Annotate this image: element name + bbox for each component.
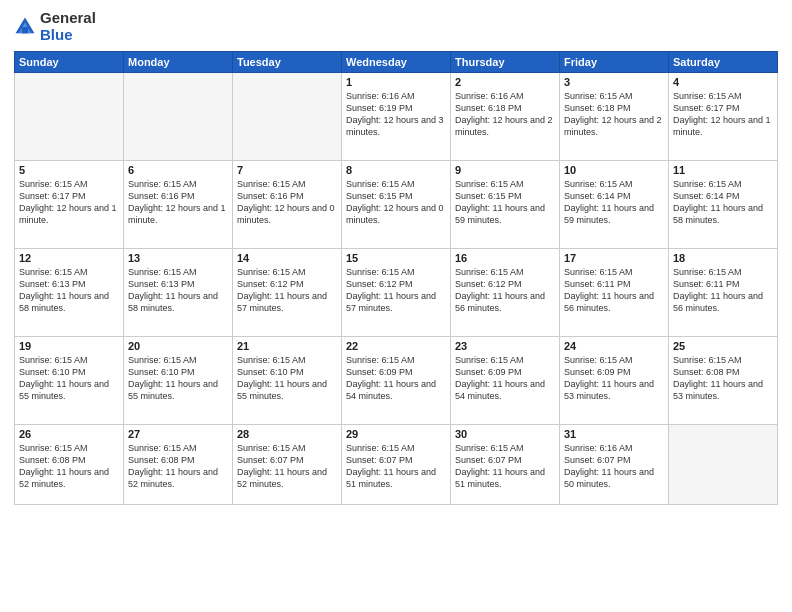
calendar-cell: 12Sunrise: 6:15 AMSunset: 6:13 PMDayligh…	[15, 249, 124, 337]
cell-text: Sunrise: 6:15 AMSunset: 6:10 PMDaylight:…	[128, 354, 228, 403]
cell-text: Sunrise: 6:15 AMSunset: 6:11 PMDaylight:…	[673, 266, 773, 315]
day-number: 23	[455, 340, 555, 352]
calendar-cell: 21Sunrise: 6:15 AMSunset: 6:10 PMDayligh…	[233, 337, 342, 425]
calendar-header-saturday: Saturday	[669, 52, 778, 73]
calendar-cell	[233, 73, 342, 161]
cell-text: Sunrise: 6:15 AMSunset: 6:08 PMDaylight:…	[128, 442, 228, 491]
day-number: 3	[564, 76, 664, 88]
cell-text: Sunrise: 6:15 AMSunset: 6:16 PMDaylight:…	[237, 178, 337, 227]
calendar-cell	[669, 425, 778, 505]
cell-text: Sunrise: 6:15 AMSunset: 6:10 PMDaylight:…	[19, 354, 119, 403]
cell-text: Sunrise: 6:15 AMSunset: 6:17 PMDaylight:…	[19, 178, 119, 227]
calendar-cell: 1Sunrise: 6:16 AMSunset: 6:19 PMDaylight…	[342, 73, 451, 161]
logo: General Blue	[14, 10, 96, 43]
calendar-cell: 4Sunrise: 6:15 AMSunset: 6:17 PMDaylight…	[669, 73, 778, 161]
day-number: 12	[19, 252, 119, 264]
calendar-cell: 23Sunrise: 6:15 AMSunset: 6:09 PMDayligh…	[451, 337, 560, 425]
cell-text: Sunrise: 6:15 AMSunset: 6:12 PMDaylight:…	[237, 266, 337, 315]
calendar-cell: 7Sunrise: 6:15 AMSunset: 6:16 PMDaylight…	[233, 161, 342, 249]
day-number: 18	[673, 252, 773, 264]
cell-text: Sunrise: 6:15 AMSunset: 6:09 PMDaylight:…	[346, 354, 446, 403]
calendar-cell: 25Sunrise: 6:15 AMSunset: 6:08 PMDayligh…	[669, 337, 778, 425]
calendar-header-friday: Friday	[560, 52, 669, 73]
logo-text: General Blue	[40, 10, 96, 43]
day-number: 13	[128, 252, 228, 264]
calendar-header-wednesday: Wednesday	[342, 52, 451, 73]
cell-text: Sunrise: 6:15 AMSunset: 6:08 PMDaylight:…	[19, 442, 119, 491]
cell-text: Sunrise: 6:15 AMSunset: 6:15 PMDaylight:…	[346, 178, 446, 227]
calendar-cell: 24Sunrise: 6:15 AMSunset: 6:09 PMDayligh…	[560, 337, 669, 425]
calendar-cell: 28Sunrise: 6:15 AMSunset: 6:07 PMDayligh…	[233, 425, 342, 505]
calendar-cell: 20Sunrise: 6:15 AMSunset: 6:10 PMDayligh…	[124, 337, 233, 425]
calendar-header-sunday: Sunday	[15, 52, 124, 73]
calendar-header-monday: Monday	[124, 52, 233, 73]
day-number: 25	[673, 340, 773, 352]
day-number: 30	[455, 428, 555, 440]
calendar-cell: 8Sunrise: 6:15 AMSunset: 6:15 PMDaylight…	[342, 161, 451, 249]
cell-text: Sunrise: 6:16 AMSunset: 6:19 PMDaylight:…	[346, 90, 446, 139]
day-number: 24	[564, 340, 664, 352]
calendar-header-thursday: Thursday	[451, 52, 560, 73]
calendar-cell: 10Sunrise: 6:15 AMSunset: 6:14 PMDayligh…	[560, 161, 669, 249]
calendar-cell	[124, 73, 233, 161]
day-number: 11	[673, 164, 773, 176]
calendar-cell: 29Sunrise: 6:15 AMSunset: 6:07 PMDayligh…	[342, 425, 451, 505]
cell-text: Sunrise: 6:15 AMSunset: 6:12 PMDaylight:…	[346, 266, 446, 315]
day-number: 15	[346, 252, 446, 264]
cell-text: Sunrise: 6:15 AMSunset: 6:11 PMDaylight:…	[564, 266, 664, 315]
day-number: 27	[128, 428, 228, 440]
cell-text: Sunrise: 6:15 AMSunset: 6:07 PMDaylight:…	[237, 442, 337, 491]
logo-blue: Blue	[40, 26, 73, 43]
calendar-cell: 3Sunrise: 6:15 AMSunset: 6:18 PMDaylight…	[560, 73, 669, 161]
calendar-cell: 11Sunrise: 6:15 AMSunset: 6:14 PMDayligh…	[669, 161, 778, 249]
day-number: 1	[346, 76, 446, 88]
day-number: 21	[237, 340, 337, 352]
day-number: 19	[19, 340, 119, 352]
calendar-header-tuesday: Tuesday	[233, 52, 342, 73]
calendar-cell: 14Sunrise: 6:15 AMSunset: 6:12 PMDayligh…	[233, 249, 342, 337]
calendar-cell: 6Sunrise: 6:15 AMSunset: 6:16 PMDaylight…	[124, 161, 233, 249]
cell-text: Sunrise: 6:15 AMSunset: 6:08 PMDaylight:…	[673, 354, 773, 403]
day-number: 4	[673, 76, 773, 88]
day-number: 29	[346, 428, 446, 440]
cell-text: Sunrise: 6:15 AMSunset: 6:09 PMDaylight:…	[564, 354, 664, 403]
logo-general: General	[40, 9, 96, 26]
cell-text: Sunrise: 6:15 AMSunset: 6:09 PMDaylight:…	[455, 354, 555, 403]
day-number: 14	[237, 252, 337, 264]
cell-text: Sunrise: 6:15 AMSunset: 6:10 PMDaylight:…	[237, 354, 337, 403]
calendar-cell: 22Sunrise: 6:15 AMSunset: 6:09 PMDayligh…	[342, 337, 451, 425]
cell-text: Sunrise: 6:15 AMSunset: 6:07 PMDaylight:…	[455, 442, 555, 491]
cell-text: Sunrise: 6:15 AMSunset: 6:14 PMDaylight:…	[673, 178, 773, 227]
day-number: 8	[346, 164, 446, 176]
calendar-cell: 5Sunrise: 6:15 AMSunset: 6:17 PMDaylight…	[15, 161, 124, 249]
calendar-cell: 18Sunrise: 6:15 AMSunset: 6:11 PMDayligh…	[669, 249, 778, 337]
cell-text: Sunrise: 6:15 AMSunset: 6:18 PMDaylight:…	[564, 90, 664, 139]
day-number: 28	[237, 428, 337, 440]
day-number: 2	[455, 76, 555, 88]
cell-text: Sunrise: 6:15 AMSunset: 6:15 PMDaylight:…	[455, 178, 555, 227]
calendar-cell: 13Sunrise: 6:15 AMSunset: 6:13 PMDayligh…	[124, 249, 233, 337]
cell-text: Sunrise: 6:16 AMSunset: 6:18 PMDaylight:…	[455, 90, 555, 139]
day-number: 26	[19, 428, 119, 440]
cell-text: Sunrise: 6:16 AMSunset: 6:07 PMDaylight:…	[564, 442, 664, 491]
calendar-cell: 15Sunrise: 6:15 AMSunset: 6:12 PMDayligh…	[342, 249, 451, 337]
calendar-cell: 27Sunrise: 6:15 AMSunset: 6:08 PMDayligh…	[124, 425, 233, 505]
cell-text: Sunrise: 6:15 AMSunset: 6:16 PMDaylight:…	[128, 178, 228, 227]
day-number: 22	[346, 340, 446, 352]
calendar-cell: 31Sunrise: 6:16 AMSunset: 6:07 PMDayligh…	[560, 425, 669, 505]
calendar-header-row: SundayMondayTuesdayWednesdayThursdayFrid…	[15, 52, 778, 73]
cell-text: Sunrise: 6:15 AMSunset: 6:12 PMDaylight:…	[455, 266, 555, 315]
logo-icon	[14, 16, 36, 38]
calendar-week-1: 5Sunrise: 6:15 AMSunset: 6:17 PMDaylight…	[15, 161, 778, 249]
day-number: 10	[564, 164, 664, 176]
day-number: 6	[128, 164, 228, 176]
day-number: 7	[237, 164, 337, 176]
day-number: 5	[19, 164, 119, 176]
calendar-cell: 30Sunrise: 6:15 AMSunset: 6:07 PMDayligh…	[451, 425, 560, 505]
calendar-cell: 26Sunrise: 6:15 AMSunset: 6:08 PMDayligh…	[15, 425, 124, 505]
cell-text: Sunrise: 6:15 AMSunset: 6:17 PMDaylight:…	[673, 90, 773, 139]
day-number: 31	[564, 428, 664, 440]
day-number: 16	[455, 252, 555, 264]
page: General Blue SundayMondayTuesdayWednesda…	[0, 0, 792, 612]
calendar-week-0: 1Sunrise: 6:16 AMSunset: 6:19 PMDaylight…	[15, 73, 778, 161]
